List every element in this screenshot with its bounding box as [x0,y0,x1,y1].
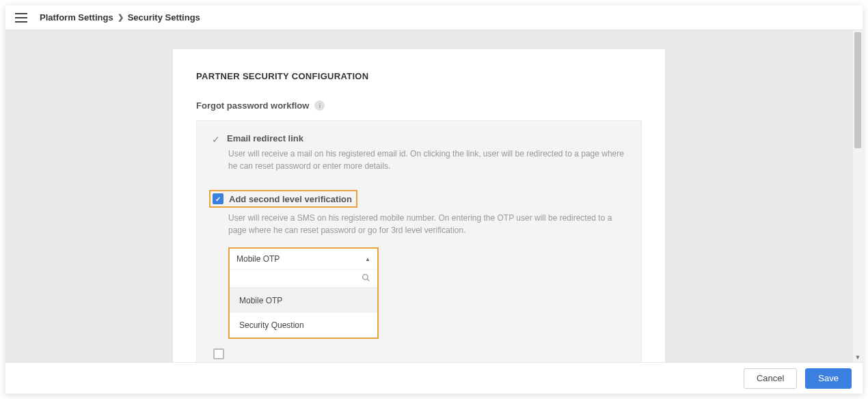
dropdown-option-security-question[interactable]: Security Question [230,313,377,338]
checkbox-third-level[interactable] [213,348,224,359]
caret-up-icon: ▲ [365,256,370,262]
option-2-title: Add second level verification [229,194,352,204]
svg-point-0 [363,275,368,280]
dropdown-selected-label: Mobile OTP [236,254,280,264]
chevron-right-icon: ❯ [118,13,124,22]
option-email-redirect: ✓ Email redirect link [212,133,626,145]
option-2-desc: User will receive a SMS on his registere… [228,212,626,236]
option-1-desc: User will receive a mail on his register… [228,148,626,172]
app-frame: Platform Settings ❯ Security Settings ▼ … [5,5,863,394]
card-title: PARTNER SECURITY CONFIGURATION [196,71,642,81]
option-second-level-highlight: ✓ Add second level verification [209,190,357,208]
scrollbar-down-icon[interactable]: ▼ [853,353,863,362]
content-area: ▼ PARTNER SECURITY CONFIGURATION Forgot … [5,30,863,362]
dropdown-selected[interactable]: Mobile OTP ▲ [230,249,377,269]
breadcrumb-item-2[interactable]: Security Settings [128,12,200,23]
checkbox-second-level[interactable]: ✓ [213,193,223,204]
dropdown-search-row[interactable] [230,269,377,288]
verification-dropdown: Mobile OTP ▲ Mobile OTP Security Questio… [228,247,379,339]
save-button[interactable]: Save [805,368,852,389]
config-card: PARTNER SECURITY CONFIGURATION Forgot pa… [173,49,665,362]
option-1-title: Email redirect link [227,133,303,143]
subtitle-row: Forgot password workflow i [196,100,642,111]
hamburger-icon[interactable] [15,13,27,23]
option-third-level [213,348,626,359]
cancel-button[interactable]: Cancel [744,368,797,389]
breadcrumb-item-1[interactable]: Platform Settings [40,12,113,23]
breadcrumb: Platform Settings ❯ Security Settings [40,12,200,23]
scrollbar-thumb[interactable] [854,32,861,148]
topbar: Platform Settings ❯ Security Settings [5,5,863,30]
subtitle: Forgot password workflow [196,100,309,111]
info-icon[interactable]: i [314,100,325,111]
checkmark-icon: ✓ [212,134,220,145]
svg-line-1 [367,279,369,281]
footer-bar: Cancel Save [5,362,863,394]
options-panel: ✓ Email redirect link User will receive … [196,120,642,362]
dropdown-option-mobile-otp[interactable]: Mobile OTP [230,288,377,313]
search-icon [362,273,370,284]
